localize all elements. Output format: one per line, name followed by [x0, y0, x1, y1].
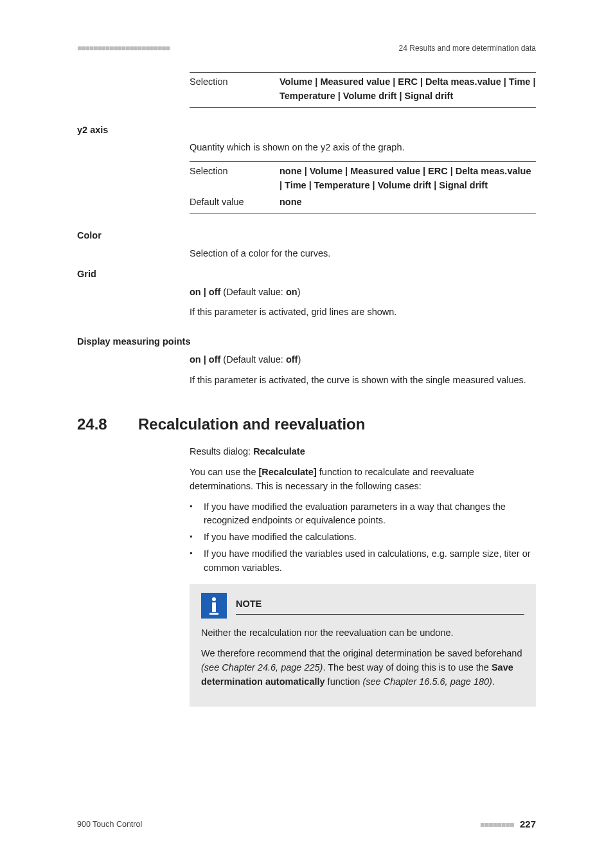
- selection-label: Selection: [190, 75, 280, 104]
- info-icon: [201, 593, 227, 619]
- section-heading: 24.8 Recalculation and reevaluation: [77, 413, 536, 436]
- list-item: If you have modified the calculations.: [190, 530, 536, 545]
- grid-description: If this parameter is activated, grid lin…: [190, 305, 536, 320]
- page-content: Selection Volume | Measured value | ERC …: [77, 72, 536, 707]
- selection-value: Volume | Measured value | ERC | Delta me…: [280, 75, 536, 104]
- note-paragraph-1: Neither the recalculation nor the reeval…: [201, 626, 524, 640]
- note-title: NOTE: [236, 597, 524, 611]
- section-title: Recalculation and reevaluation: [138, 413, 365, 436]
- note-box: NOTE Neither the recalculation nor the r…: [190, 584, 536, 707]
- footer-product: 900 Touch Control: [77, 820, 142, 829]
- page-header: ■■■■■■■■■■■■■■■■■■■■■■■ 24 Results and m…: [77, 44, 536, 53]
- grid-label: Grid: [77, 267, 536, 282]
- list-item: If you have modified the variables used …: [190, 547, 536, 575]
- list-item: If you have modified the evaluation para…: [190, 500, 536, 529]
- y2-axis-label: y2 axis: [77, 123, 536, 138]
- note-paragraph-2: We therefore recommend that the original…: [201, 647, 524, 689]
- y2-default-row: Default value none: [190, 193, 536, 214]
- grid-options: on | off (Default value: on): [190, 285, 536, 300]
- section-number: 24.8: [77, 413, 138, 436]
- results-dialog-ref: Results dialog: Recalculate: [190, 445, 536, 459]
- selection-label: Selection: [190, 165, 280, 193]
- y2-axis-description: Quantity which is shown on the y2 axis o…: [190, 141, 536, 155]
- measuring-points-label: Display measuring points: [77, 335, 536, 349]
- color-description: Selection of a color for the curves.: [190, 247, 536, 261]
- default-label: Default value: [190, 195, 280, 210]
- measuring-points-options: on | off (Default value: off): [190, 353, 536, 367]
- measuring-points-description: If this parameter is activated, the curv…: [190, 374, 536, 388]
- y2-selection-value: none | Volume | Measured value | ERC | D…: [280, 165, 536, 193]
- page-number: 227: [520, 818, 536, 829]
- page-footer: 900 Touch Control ■■■■■■■■ 227: [77, 818, 536, 829]
- header-dots: ■■■■■■■■■■■■■■■■■■■■■■■: [77, 44, 170, 53]
- note-divider: [236, 614, 524, 615]
- y2-default-value: none: [280, 195, 536, 210]
- recalc-cases-list: If you have modified the evaluation para…: [190, 500, 536, 575]
- y2-selection-row: Selection none | Volume | Measured value…: [190, 161, 536, 193]
- footer-dots: ■■■■■■■■: [480, 820, 513, 829]
- recalc-intro: You can use the [Recalculate] function t…: [190, 466, 536, 494]
- color-label: Color: [77, 229, 536, 243]
- y1-selection-row: Selection Volume | Measured value | ERC …: [190, 72, 536, 108]
- breadcrumb: 24 Results and more determination data: [399, 44, 536, 53]
